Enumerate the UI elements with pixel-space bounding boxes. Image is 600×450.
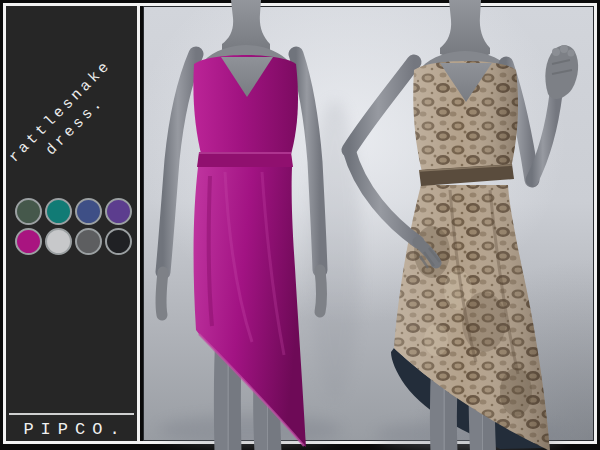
brand-divider xyxy=(9,413,134,415)
swatch-purple xyxy=(105,198,132,225)
stage-background xyxy=(143,6,594,441)
product-title-line-1: rattlesnake xyxy=(0,41,132,183)
brand-logo: PIPCO. xyxy=(6,420,137,440)
swatch-mid-gray xyxy=(75,228,102,255)
product-title: rattlesnake dress. xyxy=(0,41,146,198)
sidebar-panel: rattlesnake dress. PIPCO. xyxy=(6,6,137,441)
panel-separator xyxy=(137,6,140,441)
swatch-forest-green xyxy=(15,198,42,225)
swatch-black xyxy=(105,228,132,255)
swatch-magenta xyxy=(15,228,42,255)
swatch-teal xyxy=(45,198,72,225)
swatch-light-gray xyxy=(45,228,72,255)
product-preview-image: rattlesnake dress. PIPCO. xyxy=(0,0,600,450)
product-title-line-2: dress. xyxy=(4,55,146,197)
swatch-grid xyxy=(15,198,132,255)
swatch-slate-blue xyxy=(75,198,102,225)
